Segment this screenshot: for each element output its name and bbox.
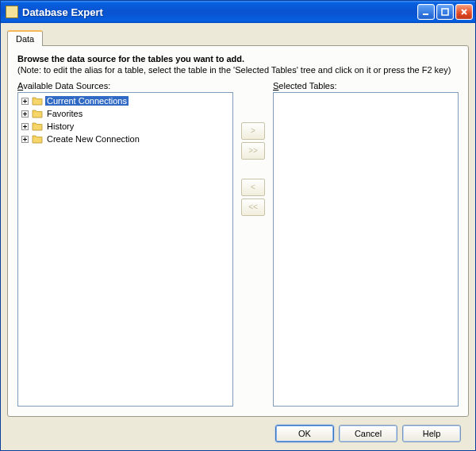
maximize-button[interactable]: [436, 4, 454, 20]
titlebar[interactable]: Database Expert: [1, 1, 475, 23]
expand-icon[interactable]: [21, 110, 29, 118]
app-icon: [6, 6, 18, 18]
svg-rect-1: [442, 9, 448, 15]
tabstrip: Data: [7, 29, 469, 45]
available-label: Available Data Sources:: [17, 81, 233, 91]
window-title: Database Expert: [22, 6, 417, 18]
add-button[interactable]: >: [241, 122, 265, 140]
tree-item-label: History: [45, 121, 75, 131]
ok-button[interactable]: OK: [275, 425, 334, 442]
folder-icon: [32, 109, 43, 118]
tree-item[interactable]: History: [18, 120, 232, 133]
selected-tables-tree[interactable]: [273, 92, 459, 407]
cancel-button[interactable]: Cancel: [339, 425, 397, 442]
expand-icon[interactable]: [21, 123, 29, 130]
expand-icon[interactable]: [21, 98, 29, 105]
remove-button[interactable]: <: [241, 179, 265, 196]
move-buttons-column: > >> < <<: [233, 81, 273, 407]
available-column: Available Data Sources: Current Connecti…: [17, 81, 233, 407]
selected-column: Selected Tables:: [273, 81, 459, 407]
window-buttons: [417, 4, 473, 20]
help-button[interactable]: Help: [402, 425, 461, 442]
tree-item[interactable]: Current Connections: [18, 94, 232, 107]
tab-label: Data: [16, 34, 34, 44]
remove-all-button[interactable]: <<: [241, 199, 265, 216]
client-area: Data Browse the data source for the tabl…: [1, 23, 475, 450]
folder-icon: [32, 134, 43, 144]
dialog-window: Database Expert Data Browse the data sou…: [0, 0, 476, 451]
tree-item[interactable]: Create New Connection: [18, 133, 232, 145]
dialog-footer: OK Cancel Help: [7, 417, 469, 450]
selected-label: Selected Tables:: [273, 81, 459, 91]
tree-item-label: Favorites: [45, 109, 84, 118]
expand-icon[interactable]: [21, 136, 29, 143]
tree-item[interactable]: Favorites: [18, 107, 232, 120]
add-all-button[interactable]: >>: [241, 142, 265, 160]
folder-icon: [32, 121, 43, 131]
tree-item-label: Current Connections: [45, 96, 129, 106]
minimize-button[interactable]: [417, 4, 435, 20]
svg-rect-0: [423, 13, 428, 15]
available-data-sources-tree[interactable]: Current ConnectionsFavoritesHistoryCreat…: [17, 92, 233, 407]
lists-row: Available Data Sources: Current Connecti…: [17, 81, 459, 407]
instructions-title: Browse the data source for the tables yo…: [17, 54, 459, 64]
close-button[interactable]: [455, 4, 473, 20]
folder-icon: [32, 96, 43, 106]
tab-panel-data: Browse the data source for the tables yo…: [7, 45, 469, 417]
instructions-note: (Note: to edit the alias for a table, se…: [17, 65, 459, 75]
tab-data[interactable]: Data: [7, 30, 43, 46]
tree-item-label: Create New Connection: [45, 134, 141, 144]
